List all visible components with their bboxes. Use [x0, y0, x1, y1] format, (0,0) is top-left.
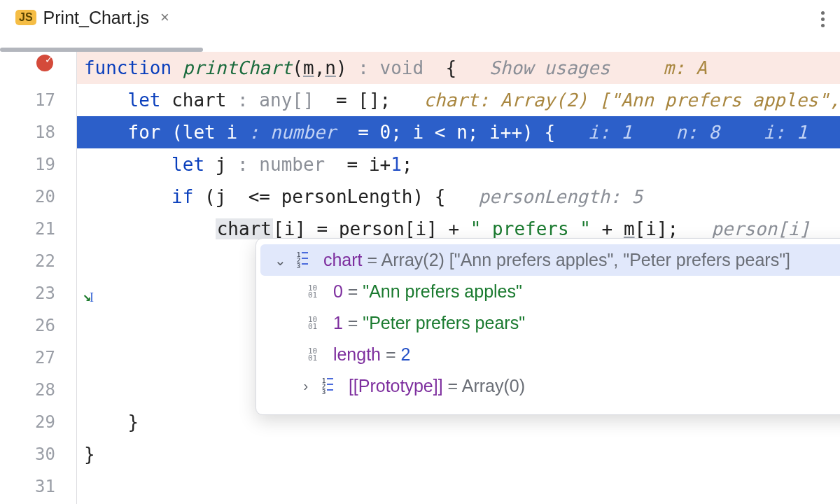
param: n [325, 57, 336, 78]
chevron-right-icon[interactable] [298, 378, 314, 394]
gutter-line[interactable]: 29 [0, 406, 76, 438]
keyword: for [128, 122, 172, 143]
gutter-line[interactable] [0, 52, 76, 84]
number: 0 [380, 122, 391, 143]
equals: = [443, 376, 462, 396]
close-tab-button[interactable]: × [156, 6, 174, 29]
keyword: let [172, 154, 216, 175]
gutter-line[interactable]: 28 [0, 374, 76, 406]
inspector-row[interactable]: 1001 0 = "Ann prefers apples" [256, 276, 840, 307]
punct: = i+ [325, 154, 391, 175]
file-tab[interactable]: JS Print_Chart.js × [11, 1, 178, 34]
inspector-index: 0 [333, 281, 343, 301]
punct: = []; [314, 90, 424, 111]
punct: [i] = [273, 218, 339, 239]
identifier: person [339, 218, 405, 239]
punct: + [591, 218, 624, 239]
primitive-icon: 1001 [308, 316, 325, 330]
chevron-down-icon[interactable] [273, 252, 288, 269]
gutter-line[interactable]: 23 [0, 277, 76, 309]
inspector-key: [[Prototype]] [349, 376, 443, 396]
equals: = [381, 344, 401, 364]
indent [84, 186, 172, 207]
inspector-value: 2 [401, 344, 411, 364]
identifier: j [216, 154, 237, 175]
keyword: let [183, 122, 227, 143]
type-hint: : number [248, 122, 336, 143]
gutter-line[interactable]: 19 [0, 148, 76, 181]
indent [84, 122, 128, 143]
string: " prefers " [470, 218, 591, 239]
indent [84, 154, 172, 175]
punct: , [314, 57, 326, 78]
inspector-row[interactable]: 123 [[Prototype]] = Array(0) [256, 370, 840, 402]
keyword: function [84, 57, 183, 78]
value-inspector-popup[interactable]: 123 chart = Array(2) ["Ann prefers apple… [255, 238, 840, 415]
inline-value: chart: Array(2) ["Ann prefers apples", [424, 90, 840, 111]
gutter: 17 18 19 20 21 22 23 26 27 28 29 30 31 [0, 52, 76, 504]
show-usages-hint[interactable]: Show usages [468, 57, 610, 78]
inspector-value: "Peter prefers pears" [363, 313, 525, 332]
gutter-line[interactable]: 26 [0, 309, 76, 342]
gutter-line[interactable]: 22 [0, 245, 76, 277]
code-line-current[interactable]: for (let i : number = 0; i < n; i++) { i… [77, 116, 840, 148]
identifier: m [624, 218, 635, 239]
inspector-value: Array(0) [462, 376, 525, 396]
gutter-line[interactable]: 31 [0, 470, 76, 503]
inspector-row[interactable]: 1001 length = 2 [256, 339, 840, 370]
gutter-line[interactable]: 17 [0, 84, 76, 116]
js-file-icon: JS [15, 10, 36, 25]
code-line[interactable]: if (j <= personLength) { personLength: 5 [77, 181, 840, 213]
code-area[interactable]: Analyzing... function printChart(m,n) : … [76, 52, 840, 504]
code-line[interactable]: let j : number = i+1; [77, 148, 840, 181]
equals: = [343, 281, 363, 301]
punct: } [84, 412, 139, 433]
identifier: chart [216, 218, 273, 239]
equals: = [343, 313, 363, 332]
punct: [i]; [635, 218, 712, 239]
punct: [i] + [405, 218, 470, 239]
inspector-key: length [333, 344, 381, 364]
equals: = [362, 250, 381, 270]
code-line[interactable] [77, 470, 840, 503]
inline-value: n: 8 [632, 122, 720, 143]
tab-filename: Print_Chart.js [43, 8, 149, 28]
inline-value: i: 1 [720, 122, 807, 143]
array-icon: 123 [322, 377, 340, 396]
punct: ( [172, 122, 183, 143]
punct: { [424, 57, 468, 78]
inspector-var-name: chart [323, 250, 363, 270]
gutter-line[interactable]: 20 [0, 181, 76, 213]
array-icon: 123 [297, 251, 315, 270]
tab-options-button[interactable] [821, 8, 825, 30]
param: m [303, 57, 314, 78]
inspector-index: 1 [333, 313, 343, 332]
code-editor[interactable]: 17 18 19 20 21 22 23 26 27 28 29 30 31 A… [0, 52, 840, 504]
inspector-head-row[interactable]: 123 chart = Array(2) ["Ann prefers apple… [260, 244, 840, 276]
primitive-icon: 1001 [308, 285, 325, 299]
code-line[interactable]: let chart : any[] = []; chart: Array(2) … [77, 84, 840, 116]
inspector-value: "Ann prefers apples" [363, 281, 522, 301]
identifier: i [226, 122, 248, 143]
function-name: printChart [183, 57, 293, 78]
inspector-type: Array(2) [382, 250, 449, 270]
code-line[interactable]: } [77, 438, 840, 470]
keyword: let [128, 90, 172, 111]
gutter-line[interactable]: 18 [0, 116, 76, 148]
gutter-line[interactable]: 27 [0, 342, 76, 374]
number: 1 [391, 154, 402, 175]
inline-value: personLength: 5 [478, 186, 643, 207]
keyword: if [172, 186, 204, 207]
punct: ; [402, 154, 413, 175]
code-line[interactable]: function printChart(m,n) : void { Show u… [77, 52, 840, 84]
inline-value: m: A [663, 52, 707, 84]
type-hint: : any[] [237, 90, 314, 111]
punct: ( [292, 57, 303, 78]
gutter-line[interactable]: 21 [0, 213, 76, 245]
inspector-row[interactable]: 1001 1 = "Peter prefers pears" [256, 307, 840, 339]
type-hint: : void [358, 57, 424, 78]
punct: (j <= [204, 186, 281, 207]
punct: ; i < n; i++) { [391, 122, 588, 143]
gutter-line[interactable]: 30 [0, 438, 76, 470]
inspector-value: ["Ann prefers apples", "Peter prefers pe… [449, 250, 790, 270]
